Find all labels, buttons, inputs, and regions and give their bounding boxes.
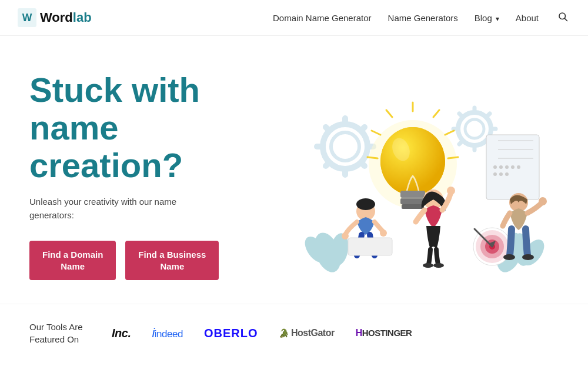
hero-section: Stuck with name creation? Unleash your c… xyxy=(0,36,588,304)
svg-point-64 xyxy=(356,198,375,210)
logo-text: Wordlab xyxy=(40,10,92,25)
svg-line-15 xyxy=(326,162,329,166)
svg-point-29 xyxy=(499,165,503,169)
svg-line-46 xyxy=(386,110,392,117)
brand-inc: Inc. xyxy=(112,327,131,340)
svg-point-31 xyxy=(511,165,514,169)
svg-point-69 xyxy=(447,187,455,195)
featured-bar: Our Tools Are Featured On Inc. iindeed O… xyxy=(0,304,588,362)
svg-line-13 xyxy=(326,127,329,131)
svg-line-3 xyxy=(564,18,567,21)
svg-line-44 xyxy=(433,110,439,117)
svg-line-12 xyxy=(361,127,365,131)
hero-content: Stuck with name creation? Unleash your c… xyxy=(29,71,252,280)
svg-text:W: W xyxy=(22,12,32,24)
svg-point-34 xyxy=(499,172,503,176)
hero-illustration xyxy=(273,76,559,276)
hero-heading: Stuck with name creation? xyxy=(29,71,252,184)
hero-image xyxy=(275,76,557,276)
svg-point-32 xyxy=(517,165,520,169)
svg-point-74 xyxy=(503,254,515,260)
nav-domain-name-generator[interactable]: Domain Name Generator xyxy=(273,13,372,23)
nav-blog[interactable]: Blog xyxy=(475,13,499,23)
svg-line-47 xyxy=(372,131,380,135)
svg-point-66 xyxy=(380,230,387,237)
main-nav: Domain Name Generator Name Generators Bl… xyxy=(273,9,570,26)
site-header: W Wordlab Domain Name Generator Name Gen… xyxy=(0,0,588,36)
svg-point-33 xyxy=(493,172,497,176)
svg-point-75 xyxy=(522,254,534,260)
blog-chevron-icon xyxy=(495,13,499,23)
svg-line-20 xyxy=(486,114,490,117)
find-domain-button[interactable]: Find a DomainName xyxy=(29,241,116,280)
svg-point-30 xyxy=(505,165,509,169)
svg-point-71 xyxy=(433,263,444,268)
svg-point-70 xyxy=(423,263,433,268)
hero-buttons: Find a DomainName Find a BusinessName xyxy=(29,241,252,280)
svg-point-5 xyxy=(331,132,359,161)
nav-about[interactable]: About xyxy=(516,13,539,23)
logo-link[interactable]: W Wordlab xyxy=(18,8,92,27)
search-icon xyxy=(557,11,568,22)
find-business-button[interactable]: Find a BusinessName xyxy=(125,241,219,280)
featured-label: Our Tools Are Featured On xyxy=(29,321,88,345)
brand-oberlo: OBERLO xyxy=(204,327,258,340)
svg-point-7 xyxy=(465,119,484,138)
svg-point-35 xyxy=(505,172,509,176)
svg-line-48 xyxy=(368,157,377,158)
svg-line-21 xyxy=(459,114,463,117)
svg-rect-67 xyxy=(348,238,392,255)
hero-subtext: Unleash your creativity with our name ge… xyxy=(29,195,194,222)
nav-name-generators[interactable]: Name Generators xyxy=(388,13,458,23)
search-button[interactable] xyxy=(555,9,570,26)
svg-point-28 xyxy=(493,165,497,169)
logo-icon: W xyxy=(18,8,36,27)
svg-line-14 xyxy=(361,162,365,166)
brand-hostgator: 🐊 HostGator xyxy=(279,328,334,338)
svg-rect-41 xyxy=(402,204,424,209)
svg-line-45 xyxy=(445,131,454,135)
svg-point-73 xyxy=(539,197,547,205)
svg-line-49 xyxy=(448,157,458,158)
svg-line-23 xyxy=(459,141,463,144)
brand-hostinger: HHOSTINGER xyxy=(356,328,412,338)
brand-indeed: iindeed xyxy=(152,325,182,341)
svg-point-65 xyxy=(342,232,349,240)
svg-point-38 xyxy=(380,127,445,195)
brand-logos: Inc. iindeed OBERLO 🐊 HostGator HHOSTING… xyxy=(112,325,412,341)
svg-rect-39 xyxy=(400,191,425,198)
svg-rect-40 xyxy=(400,198,425,204)
